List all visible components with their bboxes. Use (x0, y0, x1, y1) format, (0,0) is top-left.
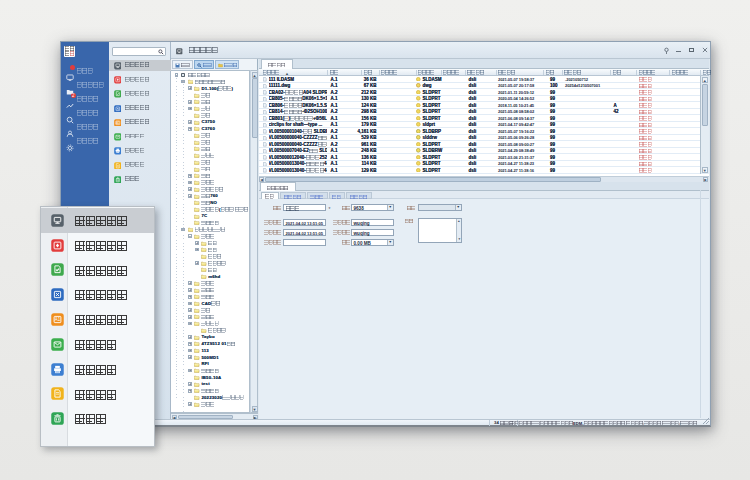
svg-text:A1: A1 (55, 317, 61, 322)
